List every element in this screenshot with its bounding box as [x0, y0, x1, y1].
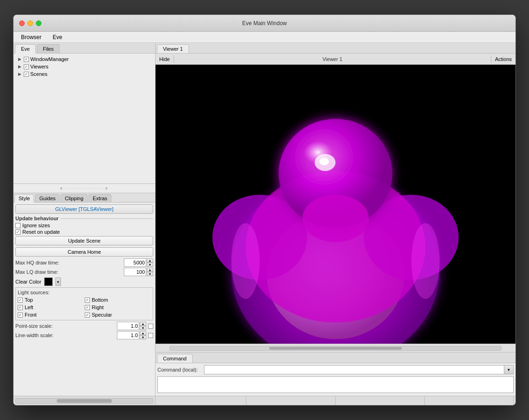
max-hq-arrows: ▲ ▼	[147, 258, 153, 267]
light-top-label: Top	[25, 297, 33, 303]
tree-item-label: WindowManager	[30, 56, 69, 62]
traffic-lights	[19, 20, 41, 26]
light-specular-label: Specular	[92, 312, 112, 318]
light-top-checkbox[interactable]	[18, 298, 23, 303]
point-size-input[interactable]	[117, 322, 139, 330]
h-scrollbar[interactable]	[15, 398, 153, 404]
light-right-checkbox[interactable]	[85, 305, 90, 310]
style-tab-bar: Style Guides Clipping Extras	[14, 193, 155, 203]
tab-files[interactable]: Files	[37, 44, 60, 53]
clear-color-dropdown[interactable]: ▼	[55, 278, 61, 286]
windowmanager-checkbox[interactable]	[24, 57, 29, 62]
tab-viewer1[interactable]: Viewer 1	[157, 44, 189, 53]
camera-home-button[interactable]: Camera Home	[15, 247, 153, 257]
max-hq-input[interactable]	[124, 258, 146, 267]
max-hq-row: Max HQ draw time: ▲ ▼	[15, 258, 153, 267]
point-size-label: Point-size scale:	[15, 323, 117, 329]
point-size-up[interactable]: ▲	[140, 322, 146, 326]
line-width-input[interactable]	[117, 331, 139, 339]
tab-command[interactable]: Command	[157, 354, 193, 363]
minimize-button[interactable]	[27, 20, 33, 26]
viewport-scrollbar[interactable]	[156, 344, 515, 352]
viewer-title: Viewer 1	[174, 56, 491, 62]
viewport-svg	[156, 65, 515, 344]
command-area: Command Command (local): ▼	[156, 352, 515, 396]
line-width-up[interactable]: ▲	[140, 331, 146, 335]
reset-on-update-checkbox[interactable]	[15, 230, 20, 235]
reset-on-update-row: Reset on update	[15, 229, 153, 235]
light-bottom-checkbox[interactable]	[85, 298, 90, 303]
command-dropdown[interactable]: ▼	[504, 365, 514, 374]
tree-item-viewers[interactable]: ▶ Viewers	[15, 63, 153, 70]
light-front-checkbox[interactable]	[18, 312, 23, 318]
light-specular-checkbox[interactable]	[85, 312, 90, 318]
point-size-down[interactable]: ▼	[140, 326, 146, 330]
command-local-row: Command (local): ▼	[157, 365, 514, 374]
line-width-arrows: ▲ ▼	[140, 331, 146, 339]
menu-browser[interactable]: Browser	[17, 33, 45, 41]
max-lq-up[interactable]: ▲	[147, 268, 153, 272]
ignore-sizes-checkbox[interactable]	[15, 223, 20, 228]
tab-clipping[interactable]: Clipping	[61, 194, 88, 202]
properties-panel: GLViewer [TGLSAViewer] Update behaviour …	[14, 203, 155, 396]
tree-item-windowmanager[interactable]: ▶ WindowManager	[15, 55, 153, 63]
update-scene-button[interactable]: Update Scene	[15, 236, 153, 245]
line-width-row: Line-width scale: ▲ ▼	[15, 331, 153, 339]
hide-button[interactable]: Hide	[156, 55, 174, 63]
point-size-arrows: ▲ ▼	[140, 322, 146, 330]
line-width-down[interactable]: ▼	[140, 335, 146, 339]
scenes-checkbox[interactable]	[24, 72, 29, 77]
max-lq-input[interactable]	[124, 268, 146, 276]
viewers-checkbox[interactable]	[24, 64, 29, 69]
command-local-input[interactable]	[204, 365, 504, 374]
window-title: Eve Main Window	[242, 20, 287, 27]
tree-item-scenes[interactable]: ▶ Scenes	[15, 70, 153, 78]
command-text-area[interactable]	[157, 376, 514, 393]
max-hq-up[interactable]: ▲	[147, 258, 153, 263]
max-hq-label: Max HQ draw time:	[15, 260, 124, 265]
light-right-label: Right	[92, 305, 104, 310]
light-right-row: Right	[85, 304, 151, 311]
light-left-row: Left	[18, 304, 84, 311]
menu-bar: Browser Eve	[14, 32, 515, 43]
status-segment-4	[425, 396, 514, 405]
point-size-check[interactable]	[148, 324, 153, 329]
command-tab-bar: Command	[156, 352, 515, 363]
close-button[interactable]	[19, 20, 25, 26]
svg-point-10	[231, 223, 260, 299]
tree-item-label: Scenes	[30, 71, 47, 77]
right-status-bar	[156, 396, 515, 405]
gl-viewer-button[interactable]: GLViewer [TGLSAViewer]	[15, 204, 153, 214]
light-sources-title: Light sources:	[18, 290, 151, 295]
tab-extras[interactable]: Extras	[88, 194, 111, 202]
menu-eve[interactable]: Eve	[49, 33, 66, 41]
max-lq-down[interactable]: ▼	[147, 272, 153, 276]
line-width-label: Line-width scale:	[15, 332, 117, 338]
tab-guides[interactable]: Guides	[35, 194, 60, 202]
max-lq-arrows: ▲ ▼	[147, 268, 153, 276]
resize-handle[interactable]: ▾ ················· ▾	[14, 184, 155, 193]
viewer-tab-bar: Viewer 1	[156, 43, 515, 54]
title-bar: Eve Main Window	[14, 15, 515, 32]
maximize-button[interactable]	[36, 20, 41, 26]
viewer-header: Hide Viewer 1 Actions	[156, 54, 515, 65]
actions-button[interactable]: Actions	[491, 55, 515, 63]
update-behaviour-label: Update behaviour	[15, 216, 153, 221]
tab-eve[interactable]: Eve	[15, 44, 36, 54]
tab-style[interactable]: Style	[14, 194, 34, 203]
light-left-label: Left	[25, 305, 33, 310]
folder-icon: ▶	[16, 71, 23, 77]
clear-color-swatch[interactable]	[44, 278, 53, 286]
command-inputs: Command (local): ▼	[156, 363, 515, 396]
section-divider	[61, 218, 153, 219]
status-segment-1	[157, 396, 246, 405]
line-width-check[interactable]	[148, 333, 153, 338]
left-panel: Eve Files ▶ WindowManager ▶ Viewers ▶	[14, 43, 156, 405]
light-sources-box: Light sources: Top Bottom Left	[15, 287, 153, 320]
right-panel: Viewer 1 Hide Viewer 1 Actions	[156, 43, 515, 405]
viewport[interactable]	[156, 65, 515, 344]
light-front-row: Front	[18, 312, 84, 318]
light-left-checkbox[interactable]	[18, 305, 23, 310]
clear-color-label: Clear Color	[15, 279, 41, 285]
max-hq-down[interactable]: ▼	[147, 263, 153, 267]
